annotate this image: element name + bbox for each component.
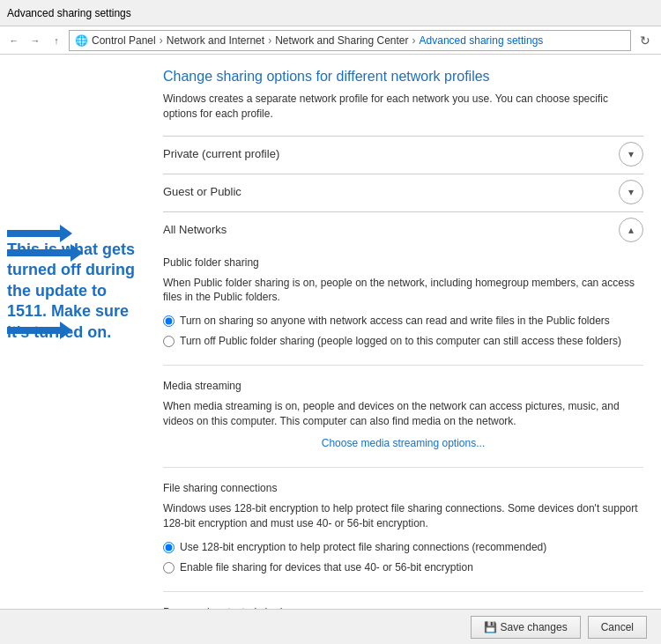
path-control-panel[interactable]: Control Panel — [92, 34, 156, 47]
section-private-label: Private (current profile) — [163, 147, 619, 160]
public-folder-sharing-title: Public folder sharing — [163, 256, 643, 269]
page-title: Change sharing options for different net… — [163, 69, 643, 85]
path-advanced-sharing[interactable]: Advanced sharing settings — [420, 34, 544, 47]
section-guest[interactable]: Guest or Public ▾ — [163, 174, 643, 210]
nav-up-button[interactable]: ↑ — [48, 32, 65, 49]
address-bar: ← → ↑ 🌐 Control Panel › Network and Inte… — [0, 26, 661, 55]
arrow-public-folder — [7, 244, 83, 262]
media-streaming-link[interactable]: Choose media streaming options... — [163, 437, 643, 449]
pfs-on-radio[interactable] — [163, 315, 175, 327]
password-sharing-title: Password protected sharing — [163, 606, 643, 609]
cancel-button[interactable]: Cancel — [588, 616, 647, 639]
fsc-40-radio[interactable] — [163, 562, 175, 574]
left-annotation: This is what gets turned off during the … — [0, 55, 145, 609]
public-folder-sharing-desc: When Public folder sharing is on, people… — [163, 276, 643, 306]
file-sharing-section: File sharing connections Windows uses 12… — [163, 475, 643, 583]
page-desc: Windows creates a separate network profi… — [163, 92, 643, 122]
section-all-networks[interactable]: All Networks ▴ — [163, 211, 643, 248]
section-private-toggle[interactable]: ▾ — [619, 142, 643, 167]
media-streaming-title: Media streaming — [163, 380, 643, 392]
path-icon: 🌐 — [75, 34, 88, 47]
arrow-radio-option — [7, 322, 72, 339]
fsc-40-label[interactable]: Enable file sharing for devices that use… — [180, 560, 473, 575]
nav-forward-button[interactable]: → — [26, 32, 44, 49]
pfs-option-off: Turn off Public folder sharing (people l… — [163, 334, 643, 349]
main-content: This is what gets turned off during the … — [0, 55, 661, 609]
section-all-networks-toggle[interactable]: ▴ — [619, 218, 643, 242]
file-sharing-desc: Windows uses 128-bit encryption to help … — [163, 501, 643, 531]
refresh-button[interactable]: ↻ — [635, 30, 656, 51]
save-label: Save changes — [501, 621, 568, 633]
fsc-128-label[interactable]: Use 128-bit encryption to help protect f… — [180, 540, 546, 555]
divider-1 — [163, 365, 643, 366]
title-bar: Advanced sharing settings — [0, 0, 661, 26]
title-bar-text: Advanced sharing settings — [7, 7, 131, 19]
path-network-sharing[interactable]: Network and Sharing Center — [275, 34, 408, 47]
arrow-all-networks — [7, 225, 72, 242]
pfs-on-label[interactable]: Turn on sharing so anyone with network a… — [180, 314, 610, 329]
fsc-option-128: Use 128-bit encryption to help protect f… — [163, 540, 643, 555]
nav-back-button[interactable]: ← — [5, 32, 23, 49]
pfs-off-label[interactable]: Turn off Public folder sharing (people l… — [180, 334, 621, 349]
section-guest-toggle[interactable]: ▾ — [619, 180, 643, 204]
section-private[interactable]: Private (current profile) ▾ — [163, 136, 643, 172]
fsc-option-40: Enable file sharing for devices that use… — [163, 560, 643, 575]
media-streaming-section: Media streaming When media streaming is … — [163, 373, 643, 461]
cancel-label: Cancel — [601, 621, 634, 633]
divider-2 — [163, 467, 643, 468]
path-network-internet[interactable]: Network and Internet — [167, 34, 264, 47]
file-sharing-title: File sharing connections — [163, 482, 643, 494]
pfs-off-radio[interactable] — [163, 336, 175, 347]
section-guest-label: Guest or Public — [163, 185, 619, 198]
save-button[interactable]: 💾 Save changes — [471, 616, 581, 639]
divider-3 — [163, 591, 643, 592]
fsc-128-radio[interactable] — [163, 542, 175, 553]
section-all-networks-label: All Networks — [163, 223, 619, 236]
address-path: 🌐 Control Panel › Network and Internet ›… — [69, 30, 631, 51]
save-icon: 💾 — [484, 621, 497, 633]
media-streaming-desc: When media streaming is on, people and d… — [163, 399, 643, 429]
password-sharing-section: Password protected sharing When password… — [163, 599, 643, 609]
bottom-bar: 💾 Save changes Cancel — [0, 609, 661, 644]
public-folder-sharing-section: Public folder sharing When Public folder… — [163, 249, 643, 358]
pfs-option-on: Turn on sharing so anyone with network a… — [163, 314, 643, 329]
settings-panel: Change sharing options for different net… — [145, 55, 661, 609]
